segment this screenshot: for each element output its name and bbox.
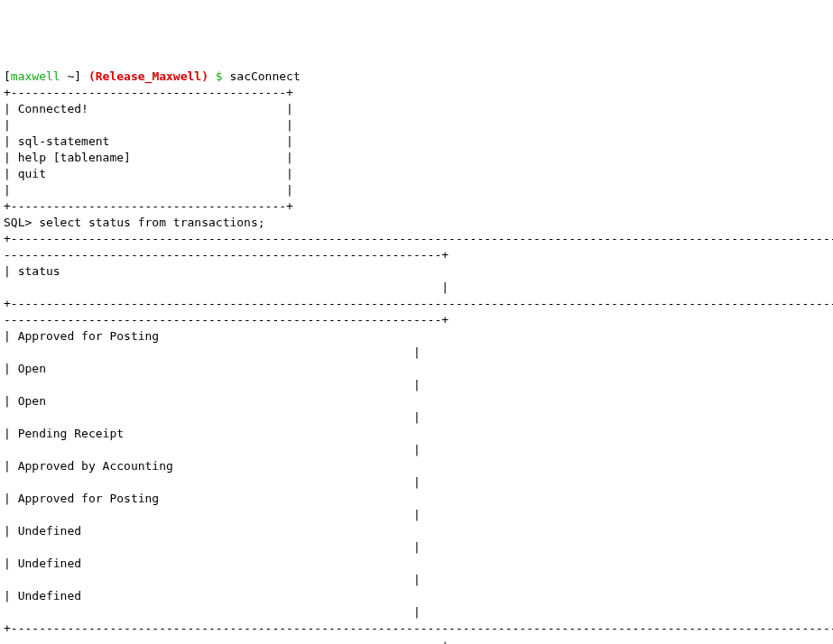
table-row: | Approved by Accounting — [4, 459, 833, 473]
table-row: | Approved for Posting — [4, 329, 833, 343]
table-row: | Open — [4, 362, 833, 375]
prompt-dollar: $ — [208, 69, 229, 83]
table-border: ----------------------------------------… — [4, 638, 449, 644]
table-row-fill: | — [4, 475, 421, 489]
box-connected: | Connected! | — [4, 102, 293, 115]
table-header: | status — [4, 264, 833, 278]
table-border: +---------------------------------------… — [4, 232, 833, 245]
table-row: | Open — [4, 394, 833, 408]
box-border: +---------------------------------------… — [4, 86, 293, 99]
bracket: ] — [74, 69, 81, 83]
tilde: ~ — [60, 69, 75, 83]
box-help: | help [tablename] | — [4, 151, 293, 164]
table-row: | Pending Receipt — [4, 427, 833, 440]
table-row-fill: | — [4, 443, 421, 456]
terminal-output[interactable]: [maxwell ~] (Release_Maxwell) $ sacConne… — [4, 69, 829, 644]
box-quit: | quit | — [4, 167, 293, 180]
entered-command: sacConnect — [229, 69, 300, 83]
table-row: | Undefined — [4, 524, 833, 538]
table-row-fill: | — [4, 605, 421, 619]
table-row: | Undefined — [4, 589, 833, 603]
table-row-fill: | — [4, 508, 421, 521]
table-row-fill: | — [4, 378, 421, 391]
table-row-fill: | — [4, 540, 421, 554]
git-branch: Release_Maxwell — [96, 69, 201, 83]
table-border: ----------------------------------------… — [4, 313, 449, 327]
box-blank: | | — [4, 118, 293, 132]
sql-query: select status from transactions; — [39, 216, 264, 229]
box-blank: | | — [4, 183, 293, 197]
table-row-fill: | — [4, 573, 421, 586]
branch-open: ( — [81, 69, 96, 83]
table-row: | Undefined — [4, 557, 833, 570]
table-row-fill: | — [4, 410, 421, 424]
shell-user: maxwell — [11, 69, 60, 83]
box-border: +---------------------------------------… — [4, 199, 293, 213]
table-header-fill: | — [4, 281, 449, 294]
box-sql-statement: | sql-statement | — [4, 134, 293, 148]
table-row-fill: | — [4, 345, 421, 359]
bracket: [ — [4, 69, 11, 83]
branch-close: ) — [201, 69, 208, 83]
table-border: +---------------------------------------… — [4, 621, 833, 635]
table-row: | Approved for Posting — [4, 492, 833, 505]
table-border: ----------------------------------------… — [4, 248, 449, 262]
sql-prompt: SQL> — [4, 216, 39, 229]
table-border: +---------------------------------------… — [4, 297, 833, 310]
